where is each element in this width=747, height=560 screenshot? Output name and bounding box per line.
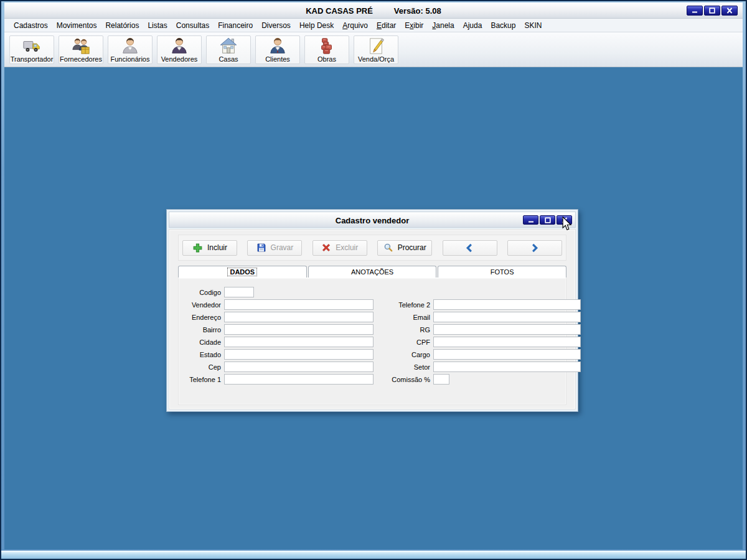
vendor-form: CodigoVendedorEndereçoBairroCidadeEstado… [185, 287, 566, 385]
window-close-button[interactable] [721, 6, 738, 16]
menu-item-exibir[interactable]: Exibir [400, 19, 428, 32]
dialog-cadastro-vendedor: Cadastro vendedor IncluirGravarExcluirPr… [166, 209, 578, 412]
dialog-minimize-button[interactable] [523, 215, 538, 225]
client-icon [268, 37, 287, 55]
bricks-icon [317, 37, 336, 55]
window-bottom-edge [1, 551, 746, 559]
search-icon [383, 243, 393, 253]
button-label: Procurar [398, 243, 426, 252]
button-label: Incluir [207, 243, 227, 252]
employee-icon [121, 37, 139, 55]
input-setor[interactable] [433, 362, 581, 372]
tab-fotos[interactable]: FOTOS [438, 266, 566, 278]
field-label-email: Email [377, 314, 430, 321]
input-cpf[interactable] [433, 337, 581, 347]
save-icon [256, 243, 266, 253]
procurar-button[interactable]: Procurar [377, 240, 432, 256]
input-estado[interactable] [224, 349, 374, 360]
window-controls [687, 6, 738, 16]
toolbar-button-label: Transportador [11, 55, 54, 63]
field-label-comissao: Comissão % [377, 376, 430, 383]
add-icon [192, 243, 203, 253]
minimize-icon [527, 217, 535, 223]
field-label-setor: Setor [377, 363, 430, 371]
tab-bar: DADOSANOTAÇÕESFOTOS [178, 266, 566, 278]
tab-content-dados: CodigoVendedorEndereçoBairroCidadeEstado… [178, 278, 566, 405]
toolbar-button-casas[interactable]: Casas [206, 35, 251, 64]
tab-dados[interactable]: DADOS [178, 266, 307, 278]
menu-item-consultas[interactable]: Consultas [172, 19, 214, 32]
minimize-icon [691, 7, 698, 14]
toolbar-button-venda-orca[interactable]: Venda/Orça [354, 35, 398, 64]
tab-anotacoes[interactable]: ANOTAÇÕES [308, 266, 437, 278]
input-telefone-2[interactable] [433, 299, 581, 310]
field-label-cargo: Cargo [377, 351, 430, 358]
suppliers-icon [72, 37, 90, 55]
app-version: Versão: 5.08 [394, 6, 441, 16]
toolbar: TransportadorFornecedoresFuncionáriosVen… [4, 32, 743, 67]
next-icon [530, 243, 539, 253]
menu-item-diversos[interactable]: Diversos [257, 19, 295, 32]
toolbar-button-obras[interactable]: Obras [304, 35, 349, 64]
next-record-button[interactable] [507, 240, 562, 256]
input-cidade[interactable] [224, 337, 374, 347]
toolbar-button-fornecedores[interactable]: Fornecedores [59, 35, 103, 64]
delete-icon [321, 243, 331, 253]
truck-icon [22, 37, 41, 55]
input-rg[interactable] [433, 324, 581, 335]
field-label-vendedor: Vendedor [185, 301, 221, 309]
menu-item-ajuda[interactable]: Ajuda [459, 19, 487, 32]
input-email[interactable] [433, 312, 581, 322]
field-label-cidade: Cidade [185, 338, 221, 346]
window-maximize-button[interactable] [704, 6, 720, 16]
input-cargo[interactable] [433, 349, 581, 360]
toolbar-button-label: Casas [218, 55, 238, 63]
close-icon [726, 7, 733, 14]
house-icon [219, 37, 238, 55]
tab-label: ANOTAÇÕES [351, 268, 393, 276]
menu-item-cadastros[interactable]: Cadastros [9, 19, 52, 32]
app-window: KAD CASAS PRÉ Versão: 5.08 CadastrosMovi… [0, 0, 747, 560]
input-vendedor[interactable] [224, 299, 374, 310]
menu-item-backup[interactable]: Backup [486, 19, 520, 32]
menu-item-financeiro[interactable]: Financeiro [214, 19, 257, 32]
dialog-maximize-button[interactable] [540, 215, 555, 225]
field-label-telefone-1: Telefone 1 [185, 376, 221, 383]
toolbar-button-clientes[interactable]: Clientes [255, 35, 300, 64]
field-label-endereco: Endereço [185, 314, 221, 321]
titlebar[interactable]: KAD CASAS PRÉ Versão: 5.08 [4, 2, 743, 19]
maximize-icon [544, 217, 552, 223]
menu-item-editar[interactable]: Editar [372, 19, 400, 32]
menu-item-relatorios[interactable]: Relatórios [101, 19, 143, 32]
dialog-titlebar[interactable]: Cadastro vendedor [169, 212, 576, 228]
button-label: Excluir [336, 243, 358, 252]
input-telefone-1[interactable] [224, 374, 374, 385]
menu-item-arquivo[interactable]: Arquivo [338, 19, 372, 32]
toolbar-button-label: Venda/Orça [358, 55, 394, 63]
menu-item-movimentos[interactable]: Movimentos [52, 19, 101, 32]
toolbar-button-funcionarios[interactable]: Funcionários [108, 35, 153, 64]
incluir-button[interactable]: Incluir [182, 240, 237, 256]
dialog-close-button[interactable] [557, 215, 572, 225]
input-codigo[interactable] [224, 287, 254, 297]
menu-item-help-desk[interactable]: Help Desk [295, 19, 338, 32]
window-frame: KAD CASAS PRÉ Versão: 5.08 CadastrosMovi… [1, 1, 746, 559]
toolbar-button-vendedores[interactable]: Vendedores [157, 35, 202, 64]
input-comissao[interactable] [433, 374, 449, 385]
input-bairro[interactable] [224, 324, 374, 335]
previous-record-button[interactable] [443, 240, 497, 256]
window-minimize-button[interactable] [687, 6, 703, 16]
menu-item-skin[interactable]: SKIN [520, 19, 546, 32]
window-title: KAD CASAS PRÉ Versão: 5.08 [4, 2, 743, 19]
input-cep[interactable] [224, 362, 374, 372]
menu-item-listas[interactable]: Listas [143, 19, 171, 32]
gravar-button[interactable]: Gravar [247, 240, 302, 256]
tab-label: FOTOS [491, 268, 514, 276]
sale-quote-icon [367, 37, 385, 55]
field-label-codigo: Codigo [185, 289, 221, 296]
toolbar-button-transportador[interactable]: Transportador [9, 35, 54, 64]
salesperson-icon [170, 37, 189, 55]
input-endereco[interactable] [224, 312, 374, 322]
menu-item-janela[interactable]: Janela [428, 19, 458, 32]
excluir-button[interactable]: Excluir [312, 240, 367, 256]
